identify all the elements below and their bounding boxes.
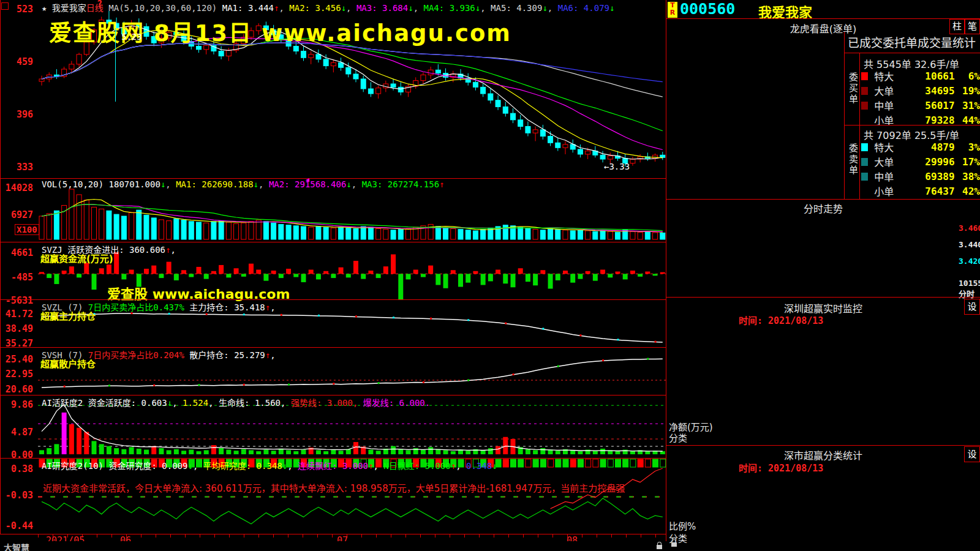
stock-code: 000560 bbox=[680, 0, 735, 18]
intraday-x-label: 分时 bbox=[959, 288, 974, 299]
intraday-vol-label: 10155 bbox=[959, 279, 980, 288]
low-annotation: ←3.33 bbox=[604, 162, 630, 171]
y-tick: -0.44 bbox=[1, 520, 33, 531]
header-segment: MA5: 4.309 bbox=[491, 3, 542, 13]
app-logo[interactable]: 大智慧 bbox=[4, 541, 29, 551]
kline-header: ★ 我爱我家日线 MA(5,10,20,30,60,120) MA1: 3.44… bbox=[42, 1, 614, 13]
category-percent: 42% bbox=[955, 186, 980, 197]
header-segment: , 生命线: 1.560, bbox=[208, 398, 291, 408]
category-name: 大单 bbox=[874, 83, 911, 98]
category-percent: 31% bbox=[955, 100, 980, 111]
header-segment: N日飘红: 5.000 bbox=[383, 461, 450, 471]
header-segment: 连续飘红: 3.000 bbox=[298, 461, 368, 471]
header-segment: MA(5,10,20,30,60,120) bbox=[104, 3, 222, 13]
ai-research-summary: 近期大资金非常活跃，今日大单净流入: 360.611万元，其中特大单净流入: 1… bbox=[43, 481, 625, 494]
category-swatch bbox=[861, 87, 868, 95]
category-swatch bbox=[861, 187, 868, 195]
category-name: 特大 bbox=[874, 69, 911, 83]
header-segment: 1.524 bbox=[183, 398, 208, 408]
category-name: 中单 bbox=[874, 98, 911, 113]
intraday-chart[interactable] bbox=[680, 211, 957, 297]
y-tick: 14028 bbox=[1, 182, 33, 193]
header-segment: AI活跃度2 资金活跃度: 0.603 bbox=[42, 398, 167, 408]
header-segment: , bbox=[170, 245, 175, 255]
header-segment: , bbox=[374, 461, 384, 471]
header-segment: , bbox=[193, 461, 203, 471]
header-segment: , bbox=[548, 3, 558, 13]
category-value: 34695 bbox=[911, 85, 955, 97]
y-tick: -0.03 bbox=[1, 490, 33, 501]
category-value: 56017 bbox=[911, 100, 955, 111]
header-segment: ↓ bbox=[542, 3, 547, 13]
header-segment: , bbox=[413, 3, 424, 13]
header-segment: ↓ bbox=[167, 398, 172, 408]
header-segment: , bbox=[165, 179, 176, 189]
order-stats-row: 特大48793% bbox=[859, 140, 980, 154]
header-segment: ↓ bbox=[282, 461, 287, 471]
y-tick: 22.95 bbox=[1, 369, 33, 380]
order-stats-row: 中单5601731% bbox=[859, 98, 980, 113]
header-segment: MA3: 3.684 bbox=[356, 3, 408, 13]
trading-terminal: ? ★ 我爱我家日线 MA(5,10,20,30,60,120) MA1: 3.… bbox=[0, 0, 980, 551]
intraday-mid-label: 3.440 bbox=[959, 240, 980, 249]
header-segment: , bbox=[456, 461, 466, 471]
category-name: 小单 bbox=[874, 184, 911, 198]
header-segment: MA3: 267274.156 bbox=[362, 179, 439, 189]
header-segment: ↑ bbox=[265, 350, 270, 360]
header-segment: 散户持仓: 25.279 bbox=[184, 350, 265, 360]
category-swatch bbox=[861, 102, 868, 110]
ai-activity-header: AI活跃度2 资金活跃度: 0.603↓, 1.524, 生命线: 1.560,… bbox=[42, 396, 430, 408]
category-percent: 38% bbox=[955, 171, 980, 182]
header-segment: MA1: 3.444 bbox=[222, 3, 274, 13]
header-segment: ↑ bbox=[439, 179, 444, 189]
header-segment: 强势线: 3.000, bbox=[291, 398, 363, 408]
monitor-settings-button[interactable]: 设 bbox=[964, 299, 980, 315]
order-stats-row: 大单2999617% bbox=[859, 154, 980, 169]
bar-mode-button[interactable]: 柱 bbox=[949, 19, 965, 34]
category-swatch bbox=[861, 158, 868, 166]
header-segment: 7日内买卖净占比0.437% bbox=[88, 302, 184, 312]
header-segment: , bbox=[258, 179, 269, 189]
header-segment: MA6: 4.079 bbox=[558, 3, 609, 13]
category-value: 69389 bbox=[911, 171, 955, 182]
header-segment: ↓ bbox=[609, 3, 614, 13]
kline-region: ? ★ 我爱我家日线 MA(5,10,20,30,60,120) MA1: 3.… bbox=[0, 0, 666, 551]
header-segment: ↓ bbox=[492, 461, 497, 471]
svzl-subtitle: 超赢主力持仓 bbox=[40, 309, 96, 322]
pen-mode-button[interactable]: 笔 bbox=[965, 19, 980, 34]
svsh-subtitle: 超赢散户持仓 bbox=[40, 357, 96, 370]
category-percent: 3% bbox=[955, 141, 980, 153]
header-segment: ★ 我爱我家 bbox=[42, 3, 86, 13]
header-segment: , bbox=[346, 3, 356, 13]
order-stats-row: 特大106616% bbox=[859, 69, 980, 83]
category-name: 中单 bbox=[874, 169, 911, 184]
header-segment: ↑ bbox=[451, 461, 456, 471]
category-swatch bbox=[861, 173, 868, 181]
szstats-ylabel: 比例% bbox=[669, 519, 696, 532]
category-value: 76437 bbox=[911, 186, 955, 197]
category-percent: 6% bbox=[955, 70, 980, 82]
y-tick: 333 bbox=[1, 162, 33, 173]
side-panel-region: TR 000560 我爱我家 龙虎看盘(逐单) 柱 笔 已成交委托单成交量统计 … bbox=[666, 0, 980, 551]
y-tick: -5631 bbox=[1, 295, 33, 306]
watermark: 爱查股网 8月13日 www.aichagu.com bbox=[49, 15, 511, 48]
sell-orders-label: 委卖单 bbox=[846, 143, 859, 176]
lock-icon[interactable] bbox=[671, 542, 677, 547]
category-value: 4879 bbox=[911, 141, 955, 153]
order-stats-title: 已成交委托单成交量统计 bbox=[848, 34, 976, 50]
tr-badge[interactable]: TR bbox=[668, 2, 677, 18]
header-segment: MA2: 3.456 bbox=[289, 3, 341, 13]
y-tick: 4.87 bbox=[1, 427, 33, 438]
y-tick: -485 bbox=[1, 272, 33, 283]
order-pie-chart[interactable] bbox=[669, 24, 838, 197]
header-segment: 日线 bbox=[86, 3, 104, 13]
order-stats-row: 中单6938938% bbox=[859, 169, 980, 184]
szstats-settings-button[interactable]: 设 bbox=[964, 446, 980, 462]
buy-orders-label: 委买单 bbox=[846, 72, 859, 105]
y-tick: 4661 bbox=[1, 247, 33, 258]
y-tick: 0.00 bbox=[1, 449, 33, 460]
y-tick: 523 bbox=[1, 4, 33, 15]
lock-icon[interactable] bbox=[657, 545, 662, 549]
header-segment: ↓ bbox=[346, 179, 351, 189]
header-segment: ↑ bbox=[368, 461, 373, 471]
